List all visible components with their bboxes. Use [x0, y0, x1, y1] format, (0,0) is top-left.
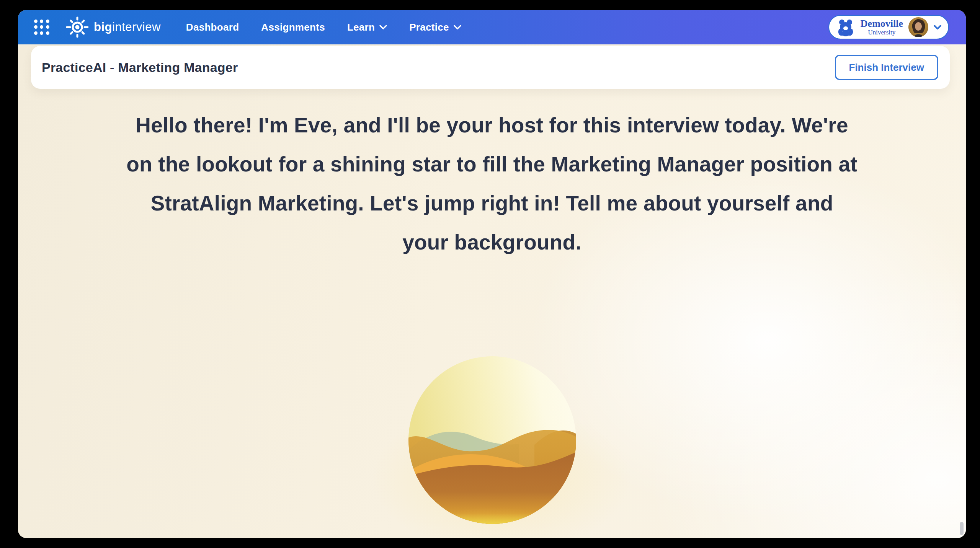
page-title: PracticeAI - Marketing Manager	[42, 60, 238, 75]
apps-grid-icon[interactable]	[34, 20, 49, 35]
nav-item-dashboard[interactable]: Dashboard	[186, 21, 239, 33]
biginterview-logo[interactable]: biginterview	[66, 16, 161, 38]
bear-mascot-icon	[835, 17, 855, 37]
account-menu[interactable]: Demoville University	[828, 15, 949, 39]
user-avatar[interactable]	[908, 17, 928, 37]
chevron-down-icon	[934, 25, 941, 29]
brand-wordmark: biginterview	[94, 20, 161, 34]
nav-item-learn[interactable]: Learn	[347, 21, 387, 33]
interview-stage: Hello there! I'm Eve, and I'll be your h…	[18, 44, 966, 538]
nav-item-practice[interactable]: Practice	[409, 21, 461, 33]
scrollbar-thumb[interactable]	[960, 522, 964, 535]
interviewer-message: Hello there! I'm Eve, and I'll be your h…	[126, 106, 858, 262]
primary-nav: Dashboard Assignments Learn Practice	[186, 21, 461, 33]
app-window: biginterview Dashboard Assignments Learn…	[18, 10, 966, 538]
sun-logo-icon	[66, 16, 88, 38]
nav-item-assignments[interactable]: Assignments	[261, 21, 325, 33]
chevron-down-icon	[379, 25, 387, 29]
finish-interview-button[interactable]: Finish Interview	[835, 55, 939, 80]
interview-header: PracticeAI - Marketing Manager Finish In…	[31, 46, 950, 89]
chevron-down-icon	[454, 25, 461, 29]
eve-orb-illustration	[408, 356, 577, 524]
top-navbar: biginterview Dashboard Assignments Learn…	[18, 10, 966, 44]
organization-name: Demoville University	[861, 18, 903, 36]
